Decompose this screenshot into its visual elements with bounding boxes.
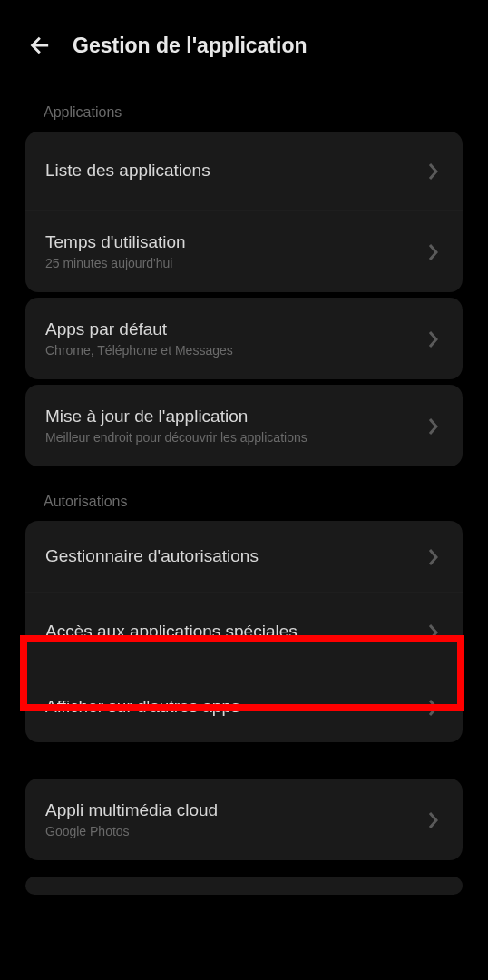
item-text: Accès aux applications spéciales [45,622,298,642]
arrow-left-icon [28,33,54,58]
chevron-right-icon [428,700,443,714]
default-apps-item[interactable]: Apps par défaut Chrome, Téléphone et Mes… [25,298,463,379]
back-button[interactable] [27,32,54,59]
item-text: Apps par défaut Chrome, Téléphone et Mes… [45,319,233,358]
item-title: Mise à jour de l'application [45,407,307,426]
item-title: Apps par défaut [45,319,233,339]
chevron-right-icon [428,812,443,827]
app-list-item[interactable]: Liste des applications [25,132,463,210]
chevron-right-icon [428,549,443,564]
page-header: Gestion de l'application [0,0,488,77]
special-app-access-item[interactable]: Accès aux applications spéciales [25,592,463,671]
item-text: Liste des applications [45,161,210,181]
section-header-applications: Applications [0,77,488,132]
chevron-right-icon [428,163,443,178]
item-subtitle: Meilleur endroit pour découvrir les appl… [45,430,307,445]
app-update-item[interactable]: Mise à jour de l'application Meilleur en… [25,385,463,466]
chevron-right-icon [428,331,443,346]
chevron-right-icon [428,624,443,639]
item-title: Temps d'utilisation [45,232,186,252]
item-subtitle: Google Photos [45,824,218,838]
partial-group [25,877,463,895]
applications-group-2: Apps par défaut Chrome, Téléphone et Mes… [25,298,463,379]
item-subtitle: Chrome, Téléphone et Messages [45,343,233,358]
item-text: Temps d'utilisation 25 minutes aujourd'h… [45,232,186,270]
chevron-right-icon [428,244,443,259]
section-header-permissions: Autorisations [0,466,488,521]
permission-manager-item[interactable]: Gestionnaire d'autorisations [25,521,463,592]
item-text: Appli multimédia cloud Google Photos [45,800,218,838]
applications-group-3: Mise à jour de l'application Meilleur en… [25,385,463,466]
cloud-group: Appli multimédia cloud Google Photos [25,779,463,860]
item-text: Afficher sur d'autres apps [45,697,240,717]
page-title: Gestion de l'application [73,34,307,58]
item-title: Liste des applications [45,161,210,181]
item-text: Gestionnaire d'autorisations [45,546,259,566]
permissions-group: Gestionnaire d'autorisations Accès aux a… [25,521,463,742]
item-title: Afficher sur d'autres apps [45,697,240,717]
item-title: Gestionnaire d'autorisations [45,546,259,566]
item-subtitle: 25 minutes aujourd'hui [45,256,186,270]
display-over-apps-item[interactable]: Afficher sur d'autres apps [25,671,463,742]
item-title: Appli multimédia cloud [45,800,218,820]
chevron-right-icon [428,418,443,433]
applications-group: Liste des applications Temps d'utilisati… [25,132,463,292]
usage-time-item[interactable]: Temps d'utilisation 25 minutes aujourd'h… [25,210,463,292]
item-text: Mise à jour de l'application Meilleur en… [45,407,307,445]
item-title: Accès aux applications spéciales [45,622,298,642]
cloud-media-item[interactable]: Appli multimédia cloud Google Photos [25,779,463,860]
